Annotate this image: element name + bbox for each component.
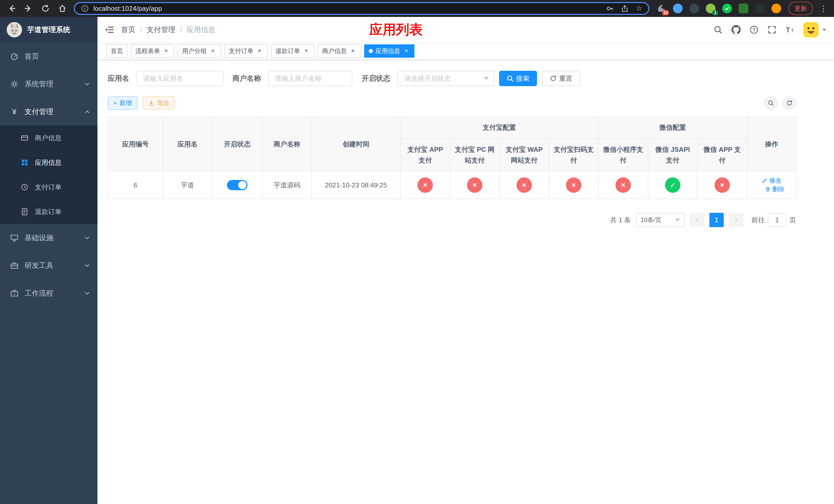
cell-app-name: 芋道 — [163, 171, 212, 199]
extensions-puzzle-icon[interactable]: 10 — [657, 4, 666, 13]
merchant-name-input[interactable] — [268, 71, 352, 86]
delete-button[interactable]: 删除 — [765, 185, 785, 193]
tab-process-form[interactable]: 流程表单 × — [131, 44, 174, 58]
group-header-wechat: 微信配置 — [598, 117, 747, 138]
sidebar-item-payment[interactable]: ¥ 支付管理 — [0, 98, 97, 125]
extension-icon-check[interactable] — [722, 4, 732, 13]
search-button[interactable]: 搜索 — [499, 71, 537, 86]
group-header-alipay: 支付宝配置 — [400, 117, 598, 138]
goto-page-input[interactable] — [768, 213, 786, 227]
status-select[interactable]: 请选择开启状态 — [397, 71, 495, 86]
tab-refund-orders[interactable]: 退款订单 × — [271, 44, 314, 58]
tab-pay-orders[interactable]: 支付订单 × — [224, 44, 268, 58]
sidebar-item-pay-orders[interactable]: 支付订单 — [0, 175, 97, 200]
close-icon[interactable]: × — [303, 47, 310, 54]
extension-badge: 10 — [662, 10, 669, 15]
yen-icon: ¥ — [10, 108, 19, 116]
sidebar-item-system[interactable]: 系统管理 — [0, 70, 97, 98]
reload-icon[interactable] — [41, 4, 50, 13]
profile-avatar-icon[interactable] — [771, 4, 781, 13]
site-info-icon[interactable] — [81, 5, 89, 12]
close-icon[interactable]: × — [256, 47, 263, 54]
app-logo-row[interactable]: 芋道管理系统 — [0, 17, 97, 43]
extension-icon-green-badge[interactable]: 1 — [706, 4, 716, 13]
breadcrumb-payment[interactable]: 支付管理 — [147, 25, 175, 35]
sidebar-item-workflow[interactable]: 工作流程 — [0, 279, 97, 307]
prev-page-button[interactable]: ‹ — [690, 213, 704, 227]
export-button[interactable]: 导出 — [142, 96, 175, 110]
fullscreen-icon[interactable] — [767, 25, 776, 35]
pagination: 共 1 条 10条/页 ‹ 1 › 前往 页 — [108, 213, 796, 227]
password-key-icon[interactable] — [606, 5, 614, 12]
close-icon[interactable]: × — [349, 47, 356, 54]
current-page-button[interactable]: 1 — [709, 213, 724, 227]
tab-merchant-info[interactable]: 商户信息 × — [317, 44, 361, 58]
app-shell: 芋道管理系统 首页 系统管理 — [0, 17, 834, 504]
col-header-wx-app: 微信 APP 支付 — [697, 138, 747, 171]
col-header-alipay-app: 支付宝 APP 支付 — [400, 138, 450, 171]
cell-created-time: 2021-10-23 08:49:25 — [312, 171, 400, 199]
sidebar-item-refund-orders[interactable]: 退款订单 — [0, 200, 97, 224]
add-button[interactable]: + 新增 — [108, 96, 137, 110]
extension-icon-pin[interactable] — [755, 4, 765, 13]
search-icon[interactable] — [714, 25, 723, 35]
tags-view: 首页 流程表单 × 用户分组 × 支付订单 × 退款订单 × — [97, 43, 834, 60]
tab-home[interactable]: 首页 — [106, 44, 128, 58]
chevron-down-icon — [84, 290, 90, 296]
user-avatar — [803, 22, 819, 38]
table-toolbar: + 新增 导出 — [108, 96, 796, 110]
sidebar-item-merchant-info[interactable]: 商户信息 — [0, 125, 97, 150]
reset-button[interactable]: 重置 — [542, 71, 580, 86]
forward-icon[interactable] — [24, 4, 33, 13]
browser-chrome: localhost:1024/pay/app ☆ 10 1 — [0, 0, 834, 17]
status-wx-app: × — [715, 177, 730, 193]
page-size-select[interactable]: 10条/页 — [636, 213, 685, 227]
back-icon[interactable] — [7, 4, 16, 13]
tab-app-info[interactable]: 应用信息 × — [364, 44, 414, 58]
profile-badge: 1 — [712, 10, 718, 15]
hamburger-icon[interactable] — [97, 17, 121, 43]
sidebar-item-home[interactable]: 首页 — [0, 43, 97, 70]
bookmark-star-icon[interactable]: ☆ — [636, 5, 642, 12]
share-icon[interactable] — [621, 5, 629, 12]
help-icon[interactable]: ? — [749, 25, 759, 35]
sidebar-item-infrastructure[interactable]: 基础设施 — [0, 224, 97, 252]
plus-icon: + — [113, 99, 117, 107]
col-header-merchant: 商户名称 — [262, 117, 312, 171]
browser-update-button[interactable]: 更新 — [788, 2, 813, 15]
trash-icon — [765, 186, 771, 192]
page-title: 应用列表 — [369, 21, 423, 39]
status-wx-jsapi: ✓ — [665, 177, 680, 193]
close-icon[interactable]: × — [162, 47, 170, 54]
col-header-actions: 操作 — [747, 117, 796, 171]
close-icon[interactable]: × — [403, 47, 410, 54]
refresh-table-button[interactable] — [783, 96, 796, 110]
navbar-actions: ? TT — [714, 22, 834, 38]
browser-menu-icon[interactable]: ⋮ — [818, 4, 829, 13]
sidebar-item-app-info[interactable]: 应用信息 — [0, 150, 97, 175]
next-page-button[interactable]: › — [729, 213, 743, 227]
user-menu[interactable] — [803, 22, 827, 38]
extension-icon-drop[interactable] — [673, 4, 683, 13]
github-icon[interactable] — [731, 25, 741, 35]
extension-icon-dark[interactable] — [689, 4, 699, 13]
url-text[interactable]: localhost:1024/pay/app — [93, 5, 606, 13]
status-switch[interactable] — [227, 180, 247, 190]
browser-nav-buttons — [5, 4, 69, 13]
col-header-alipay-wap: 支付宝 WAP 网站支付 — [499, 138, 549, 171]
extension-icon-book[interactable] — [739, 4, 748, 13]
caret-down-icon — [822, 27, 827, 32]
tab-user-group[interactable]: 用户分组 × — [177, 44, 221, 58]
edit-button[interactable]: 修改 — [762, 176, 782, 185]
sidebar-item-dev-tools[interactable]: 研发工具 — [0, 252, 97, 279]
breadcrumb-home[interactable]: 首页 — [121, 25, 135, 35]
home-icon[interactable] — [58, 4, 67, 13]
breadcrumb: 首页 / 支付管理 / 应用信息 — [121, 25, 215, 35]
close-icon[interactable]: × — [209, 47, 216, 54]
document-icon — [21, 208, 29, 216]
caret-down-icon — [675, 219, 680, 222]
font-size-icon[interactable]: TT — [785, 25, 794, 35]
app-name-input[interactable] — [136, 71, 224, 86]
address-bar[interactable]: localhost:1024/pay/app ☆ — [74, 2, 649, 15]
toggle-search-button[interactable] — [764, 96, 777, 110]
